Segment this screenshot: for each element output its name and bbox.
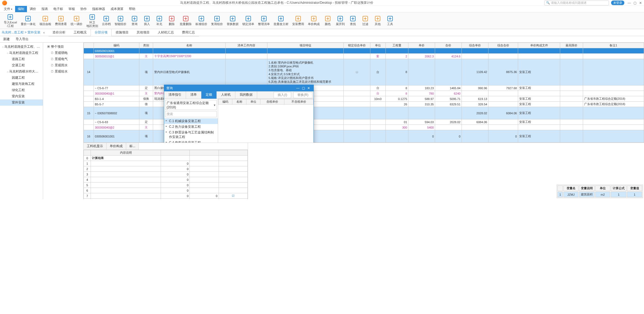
ribbon-安装费用[interactable]: 安装费用 bbox=[291, 13, 306, 28]
ribbon-替换数据[interactable]: 替换数据 bbox=[225, 13, 240, 28]
menu-文件[interactable]: 文件 bbox=[1, 6, 15, 12]
nav-item[interactable]: 马克村西横水特大桥低线公... bbox=[0, 68, 43, 75]
dialog-tab[interactable]: 人材机 bbox=[217, 91, 235, 99]
ribbon-环卫地区类别[interactable]: 环卫地区类别 bbox=[85, 13, 100, 28]
quota-result-grid[interactable]: 编码名称单位含税单价不含税单价 bbox=[218, 99, 314, 105]
menu-帮助[interactable]: 帮助 bbox=[126, 6, 138, 12]
dialog-tab[interactable]: 清单指引 bbox=[164, 91, 186, 99]
menu-电子标[interactable]: 电子标 bbox=[51, 6, 66, 12]
quota-tree-item[interactable]: C.1 机械设备安装工程 bbox=[164, 118, 218, 124]
detail-tab[interactable]: 工料机显示 bbox=[84, 143, 106, 150]
grid-row[interactable]: 300500010@1主十字全高闸1500*1500*2200套22062.34… bbox=[84, 54, 644, 59]
tab-措施项目[interactable]: 措施项目 bbox=[112, 29, 133, 36]
global-search-input[interactable]: 🔍 请输入功能名称或问题描述 bbox=[544, 1, 609, 5]
dialog-tab[interactable]: 我的数据 bbox=[235, 91, 257, 99]
grid-row[interactable]: 030509010001 bbox=[84, 48, 644, 54]
tab-工程概况[interactable]: 工程概况 bbox=[70, 29, 91, 36]
menu-调价[interactable]: 调价 bbox=[27, 6, 39, 12]
grid-header[interactable] bbox=[84, 43, 94, 48]
nav-item[interactable]: 马克村道路提升工程 bbox=[0, 50, 43, 56]
detail-tab[interactable]: 标... bbox=[126, 143, 139, 150]
tab-分部分项[interactable]: 分部分项 bbox=[91, 29, 112, 36]
grid-header[interactable]: 名称 bbox=[153, 43, 226, 48]
grid-header[interactable]: 备注1 bbox=[583, 43, 644, 48]
insert-button[interactable]: 插入(I) bbox=[274, 92, 291, 98]
grid-row[interactable]: 14项室内外日夜型枪式IP摄像机1.名称:室内外日夜型枪式IP摄像机 2.类别:… bbox=[84, 59, 644, 85]
dialog-minimize-icon[interactable]: — bbox=[295, 86, 301, 90]
menu-成本测算[interactable]: 成本测算 bbox=[108, 6, 126, 12]
grid-header[interactable]: 综合单价 bbox=[462, 43, 488, 48]
nav-item[interactable]: 绿化工程 bbox=[0, 87, 43, 93]
category-item[interactable]: 景观电气 bbox=[43, 56, 83, 62]
nav-item[interactable]: 室内安装 bbox=[0, 93, 43, 99]
checkbox[interactable]: ☑ bbox=[219, 193, 247, 199]
dialog-maximize-icon[interactable]: ▢ bbox=[301, 86, 306, 90]
variable-table[interactable]: 变量名变量说明单位计算公式变量值 1JZMJ建筑面积m211 bbox=[557, 185, 643, 198]
import-export-button[interactable]: 导入导出 bbox=[14, 37, 30, 42]
dialog-tab[interactable]: 定额 bbox=[201, 91, 217, 99]
replace-button[interactable]: 替换(R) bbox=[293, 92, 312, 98]
calc-grid[interactable]: 内容说明0计算结果102030405060700☑800☑900☑1000☑ bbox=[84, 150, 248, 199]
ribbon-智能组价[interactable]: 智能组价 bbox=[113, 13, 128, 28]
quota-search-input[interactable]: 搜索 bbox=[165, 111, 217, 117]
ribbon-删除[interactable]: 删除 bbox=[166, 13, 178, 28]
ribbon-导入Excel工程[interactable]: 导入Excel/工程 bbox=[2, 13, 19, 28]
ribbon-锁定清单[interactable]: 锁定清单 bbox=[241, 13, 256, 28]
ribbon-费用查看[interactable]: 费用查看 bbox=[53, 13, 68, 28]
ribbon-过滤[interactable]: 过滤 bbox=[359, 13, 371, 28]
ribbon-单价构成[interactable]: 单价构成 bbox=[306, 13, 321, 28]
dialog-tab[interactable]: 清单 bbox=[186, 91, 201, 99]
quota-dropdown[interactable]: 广东省通用安装工程综合定额(2018)▾ bbox=[165, 100, 217, 110]
menu-报表[interactable]: 报表 bbox=[39, 6, 51, 12]
close-button[interactable]: ✕ bbox=[639, 1, 642, 5]
tab-费用汇总[interactable]: 费用汇总 bbox=[178, 29, 199, 36]
category-item[interactable]: 景观弱电 bbox=[43, 50, 83, 56]
grid-header[interactable]: 综合合价 bbox=[488, 43, 518, 48]
tab-造价分析[interactable]: 造价分析 bbox=[49, 29, 70, 36]
dialog-close-icon[interactable]: ✕ bbox=[306, 86, 311, 90]
quota-tree-item[interactable]: C.3 静置设备与工艺金属结构制作安装工程 bbox=[164, 130, 218, 140]
category-item[interactable]: 景观给水 bbox=[43, 68, 83, 75]
grid-header[interactable]: 清单工作内容 bbox=[225, 43, 267, 48]
ribbon-展开到[interactable]: 展开到 bbox=[334, 13, 346, 28]
grid-header[interactable]: 编码 bbox=[94, 43, 139, 48]
ribbon-插入[interactable]: 插入 bbox=[141, 13, 153, 28]
ribbon-补充[interactable]: 补充 bbox=[153, 13, 165, 28]
grid-header[interactable]: 锁定综合单价 bbox=[344, 43, 370, 48]
ribbon-批量删除[interactable]: 批量删除 bbox=[178, 13, 193, 28]
detail-tab[interactable]: 单价构成 bbox=[106, 143, 126, 150]
ribbon-统一调价[interactable]: 统一调价 bbox=[69, 13, 84, 28]
quota-tree-item[interactable]: C.4 电气设备安装工程 bbox=[164, 140, 218, 143]
ribbon-查询[interactable]: 查询 bbox=[129, 13, 140, 28]
category-root[interactable]: 整个项目 bbox=[43, 44, 83, 50]
breadcrumb-path[interactable]: 马克村...造工程 > 室外安装 bbox=[2, 30, 40, 35]
grid-header[interactable]: 单价 bbox=[408, 43, 435, 48]
nav-item[interactable]: 交通工程 bbox=[0, 62, 43, 68]
grid-header[interactable]: 单价构成文件 bbox=[518, 43, 560, 48]
grid-header[interactable]: 单位 bbox=[370, 43, 385, 48]
nav-item[interactable]: 马克村道路提升工程、马克村西... bbox=[0, 44, 43, 50]
ribbon-工具[interactable]: 工具 bbox=[384, 13, 396, 28]
category-item[interactable]: 景观雨水 bbox=[43, 62, 83, 68]
nav-item[interactable]: 室外安装 bbox=[0, 99, 43, 106]
grid-header[interactable]: 工程量 bbox=[385, 43, 408, 48]
grid-header[interactable]: 合价 bbox=[435, 43, 462, 48]
login-status-badge[interactable]: 未登录 bbox=[611, 1, 624, 5]
ribbon-整理清单[interactable]: 整理清单 bbox=[256, 13, 271, 28]
grid-header[interactable]: 项目特征 bbox=[267, 43, 344, 48]
menu-协作[interactable]: 协作 bbox=[78, 6, 89, 12]
nav-item[interactable]: 建筑与装饰工程 bbox=[0, 81, 43, 87]
checkbox[interactable]: ☑ bbox=[219, 199, 247, 199]
grid-header[interactable]: 类别 bbox=[139, 43, 153, 48]
new-button[interactable]: 新建 bbox=[2, 37, 11, 42]
grid-header[interactable]: 最高限价 bbox=[560, 43, 583, 48]
maximize-button[interactable]: ▢ bbox=[633, 1, 636, 5]
nav-item[interactable]: 道路工程 bbox=[0, 56, 43, 62]
ribbon-查找[interactable]: 查找 bbox=[347, 13, 359, 28]
ribbon-量价一体化[interactable]: 量价一体化 bbox=[19, 13, 37, 28]
nav-item[interactable]: 园建工程 bbox=[0, 75, 43, 81]
ribbon-标准组价[interactable]: 标准组价 bbox=[194, 13, 209, 28]
minimize-button[interactable]: — bbox=[628, 1, 631, 5]
menu-审核[interactable]: 审核 bbox=[66, 6, 78, 12]
ribbon-云存档[interactable]: 云存档 bbox=[100, 13, 112, 28]
